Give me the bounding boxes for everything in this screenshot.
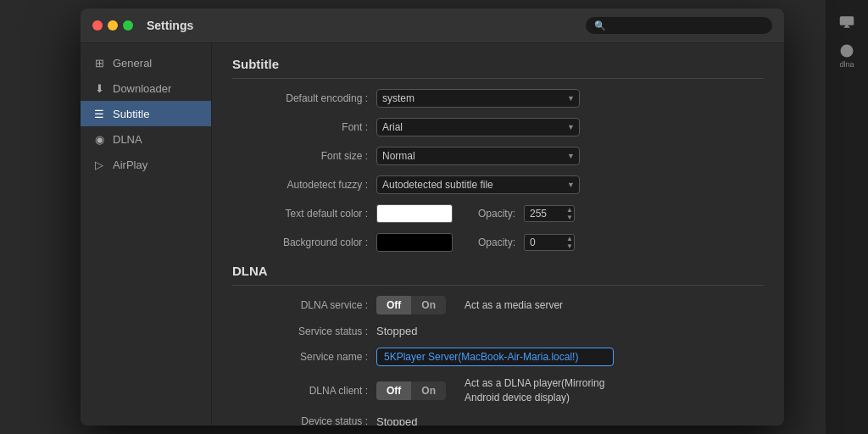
font-size-row: Font size : Small Normal Large Very Larg… — [232, 147, 764, 165]
dlna-service-control: Off On Act as a media server — [376, 296, 563, 314]
dlna-section-title: DLNA — [232, 264, 764, 286]
dlna-icon — [839, 43, 854, 58]
font-control: Arial Helvetica Times New Roman — [376, 118, 580, 136]
bg-color-row: Background color : Opacity: ▲ ▼ — [232, 233, 764, 252]
service-status-row: Service status : Stopped — [232, 325, 764, 337]
spinner-up[interactable]: ▲ — [566, 207, 573, 214]
bg-opacity-spinner[interactable]: ▲ ▼ — [566, 236, 573, 250]
minimize-traffic-light[interactable] — [108, 20, 118, 31]
search-input[interactable] — [611, 19, 764, 31]
autodetect-select[interactable]: Autodetected subtitle file Manual Disabl… — [376, 175, 580, 194]
sidebar-item-dlna[interactable]: ◉ DLNA — [81, 126, 211, 152]
dlna-service-on-button[interactable]: On — [411, 296, 446, 314]
font-select-wrapper: Arial Helvetica Times New Roman — [376, 118, 580, 136]
dlna-client-off-button[interactable]: Off — [376, 381, 411, 400]
font-label: Font : — [232, 121, 368, 133]
text-color-control: Opacity: ▲ ▼ — [376, 204, 575, 223]
sidebar-label-airplay: AirPlay — [113, 159, 147, 171]
font-size-select[interactable]: Small Normal Large Very Large — [376, 147, 580, 165]
service-name-input[interactable] — [376, 348, 614, 366]
close-traffic-light[interactable] — [92, 20, 103, 31]
text-opacity-spinner[interactable]: ▲ ▼ — [566, 207, 573, 221]
sidebar-item-downloader[interactable]: ⬇ Downloader — [81, 75, 211, 101]
sidebar-label-downloader: Downloader — [113, 82, 171, 95]
sidebar-label-general: General — [113, 57, 152, 70]
dlna-sidebar-icon: ◉ — [92, 132, 106, 146]
text-color-swatch[interactable] — [376, 204, 453, 223]
font-row: Font : Arial Helvetica Times New Roman — [232, 118, 764, 136]
bg-color-control: Opacity: ▲ ▼ — [376, 233, 575, 252]
dlna-panel-icon[interactable]: dlna — [830, 41, 864, 71]
dlna-service-row: DLNA service : Off On Act as a media ser… — [232, 296, 764, 314]
dialog-body: ⊞ General ⬇ Downloader ☰ Subtitle ◉ DLNA… — [81, 43, 784, 426]
default-encoding-select-wrapper: system UTF-8 UTF-16 Latin-1 — [376, 89, 580, 108]
autodetect-select-wrapper: Autodetected subtitle file Manual Disabl… — [376, 175, 580, 194]
service-name-label: Service name : — [232, 351, 368, 363]
dlna-client-control: Off On Act as a DLNA player(Mirroring An… — [376, 376, 617, 405]
dialog-title: Settings — [147, 19, 586, 32]
service-status-label: Service status : — [232, 326, 368, 337]
airplay-sidebar-icon: ▷ — [92, 158, 106, 171]
default-encoding-control: system UTF-8 UTF-16 Latin-1 — [376, 89, 580, 108]
dlna-panel-label: dlna — [839, 60, 854, 69]
bg-opacity-label: Opacity: — [478, 236, 515, 248]
bg-spinner-down[interactable]: ▼ — [566, 243, 573, 250]
autodetect-row: Autodetect fuzzy : Autodetected subtitle… — [232, 175, 764, 194]
dlna-client-toggle: Off On — [376, 381, 446, 400]
service-status-value: Stopped — [376, 325, 417, 337]
device-status-row: Device status : Stopped — [232, 415, 764, 426]
dlna-client-description: Act as a DLNA player(Mirroring Android d… — [465, 376, 617, 405]
default-encoding-row: Default encoding : system UTF-8 UTF-16 L… — [232, 89, 764, 108]
device-status-value: Stopped — [376, 415, 417, 426]
right-panel: dlna — [826, 0, 868, 434]
bg-opacity-wrap: ▲ ▼ — [524, 234, 575, 251]
subtitle-icon: ☰ — [92, 107, 106, 120]
subtitle-section-title: Subtitle — [232, 57, 764, 79]
sidebar-label-dlna: DLNA — [113, 133, 142, 146]
dlna-client-on-button[interactable]: On — [411, 381, 446, 400]
airplay-icon — [839, 14, 854, 30]
traffic-lights — [92, 20, 133, 31]
dlna-service-off-button[interactable]: Off — [376, 296, 411, 314]
dlna-service-label: DLNA service : — [232, 299, 368, 311]
sidebar-item-subtitle[interactable]: ☰ Subtitle — [81, 101, 211, 126]
text-color-label: Text default color : — [232, 208, 368, 220]
search-icon: 🔍 — [594, 20, 606, 31]
autodetect-label: Autodetect fuzzy : — [232, 179, 368, 191]
svg-point-2 — [845, 49, 849, 53]
font-size-select-wrapper: Small Normal Large Very Large — [376, 147, 580, 165]
dlna-service-toggle: Off On — [376, 296, 446, 314]
sidebar-item-general[interactable]: ⊞ General — [81, 50, 211, 75]
default-encoding-select[interactable]: system UTF-8 UTF-16 Latin-1 — [376, 89, 580, 108]
bg-spinner-up[interactable]: ▲ — [566, 236, 573, 242]
bg-color-label: Background color : — [232, 236, 368, 248]
autodetect-control: Autodetected subtitle file Manual Disabl… — [376, 175, 580, 194]
title-bar: Settings 🔍 — [81, 8, 784, 43]
text-opacity-wrap: ▲ ▼ — [524, 205, 575, 222]
dlna-service-description: Act as a media server — [465, 299, 563, 311]
bg-color-swatch[interactable] — [376, 233, 453, 252]
text-opacity-label: Opacity: — [478, 208, 515, 220]
default-encoding-label: Default encoding : — [232, 92, 368, 104]
general-icon: ⊞ — [92, 56, 106, 70]
sidebar-label-subtitle: Subtitle — [113, 108, 149, 120]
search-bar[interactable]: 🔍 — [586, 17, 772, 34]
maximize-traffic-light[interactable] — [123, 20, 133, 31]
sidebar-item-airplay[interactable]: ▷ AirPlay — [81, 152, 211, 177]
dlna-client-label: DLNA client : — [232, 385, 368, 397]
service-name-row: Service name : — [232, 348, 764, 366]
spinner-down[interactable]: ▼ — [566, 214, 573, 221]
dlna-client-row: DLNA client : Off On Act as a DLNA playe… — [232, 376, 764, 405]
sidebar: ⊞ General ⬇ Downloader ☰ Subtitle ◉ DLNA… — [81, 43, 212, 426]
downloader-icon: ⬇ — [92, 81, 106, 95]
text-color-row: Text default color : Opacity: ▲ ▼ — [232, 204, 764, 223]
settings-dialog: Settings 🔍 ⊞ General ⬇ Downloader ☰ Subt… — [81, 8, 784, 426]
main-content: Subtitle Default encoding : system UTF-8… — [212, 43, 784, 426]
airplay-panel-icon[interactable] — [830, 7, 864, 37]
font-size-control: Small Normal Large Very Large — [376, 147, 580, 165]
font-select[interactable]: Arial Helvetica Times New Roman — [376, 118, 580, 136]
font-size-label: Font size : — [232, 150, 368, 162]
device-status-label: Device status : — [232, 415, 368, 426]
